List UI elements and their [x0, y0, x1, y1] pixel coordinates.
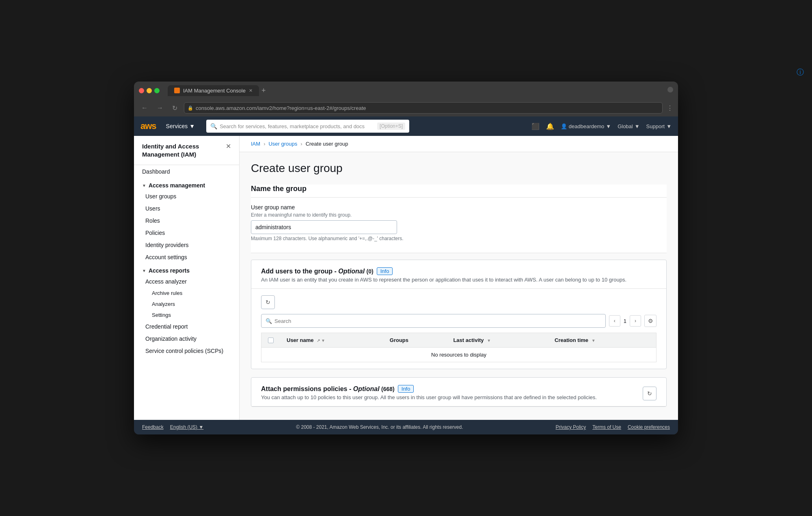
aws-search-bar[interactable]: 🔍 Search for services, features, marketp… — [206, 120, 409, 133]
sidebar-section-access-reports[interactable]: ▼ Access reports — [134, 263, 239, 275]
next-page-button[interactable]: › — [630, 315, 641, 327]
services-button[interactable]: Services ▼ — [161, 123, 200, 129]
name-section: Name the group User group name Enter a m… — [251, 185, 667, 253]
sidebar-item-account-settings[interactable]: Account settings — [134, 251, 239, 263]
search-placeholder-text: Search for services, features, marketpla… — [220, 123, 375, 129]
user-group-name-field: User group name Enter a meaningful name … — [251, 204, 667, 241]
creation-time-sort-icon[interactable]: ▼ — [592, 338, 596, 343]
user-chevron-icon: ▼ — [606, 123, 611, 129]
user-icon: 👤 — [561, 123, 567, 129]
minimize-button[interactable] — [147, 88, 152, 93]
groups-column-header: Groups — [383, 333, 447, 348]
username-column-header: User name ↗ ▼ — [280, 333, 383, 348]
nav-bar: ← → ↻ 🔒 console.aws.amazon.com/iamv2/hom… — [134, 99, 678, 116]
fullscreen-button[interactable] — [154, 88, 160, 93]
notifications-icon[interactable]: 🔔 — [546, 123, 554, 130]
browser-menu-icon[interactable]: ⋮ — [667, 104, 673, 112]
forward-button[interactable]: → — [154, 103, 166, 113]
sidebar-item-users[interactable]: Users — [134, 202, 239, 215]
services-chevron-icon: ▼ — [189, 123, 195, 129]
refresh-users-button[interactable]: ↻ — [261, 295, 275, 309]
sidebar-item-user-groups[interactable]: User groups — [134, 190, 239, 202]
sidebar-item-archive-rules[interactable]: Archive rules — [134, 288, 239, 299]
title-bar: IAM Management Console ✕ + — [134, 82, 678, 99]
region-button[interactable]: Global ▼ — [618, 123, 639, 129]
breadcrumb-iam-link[interactable]: IAM — [251, 141, 260, 147]
attach-policies-header: Attach permissions policies - Optional (… — [251, 378, 666, 406]
breadcrumb: IAM › User groups › Create user group ⓘ — [240, 136, 678, 152]
privacy-policy-link[interactable]: Privacy Policy — [556, 424, 586, 430]
search-icon: 🔍 — [266, 318, 272, 324]
tab-close-icon[interactable]: ✕ — [249, 88, 253, 93]
add-users-info-link[interactable]: Info — [377, 267, 393, 275]
name-section-heading: Name the group — [251, 185, 667, 198]
sidebar-item-credential-report[interactable]: Credential report — [134, 320, 239, 333]
sidebar-item-access-analyzer[interactable]: Access analyzer — [134, 275, 239, 288]
page-number: 1 — [622, 318, 628, 324]
back-button[interactable]: ← — [139, 103, 150, 113]
aws-topbar: aws Services ▼ 🔍 Search for services, fe… — [134, 116, 678, 136]
pagination: ‹ 1 › — [609, 315, 641, 327]
refresh-policies-button[interactable]: ↻ — [643, 387, 657, 400]
sidebar: Identity and AccessManagement (IAM) ✕ Da… — [134, 136, 240, 420]
support-button[interactable]: Support ▼ — [646, 123, 672, 129]
refresh-button[interactable]: ↻ — [170, 103, 180, 114]
aws-logo[interactable]: aws — [140, 121, 156, 131]
traffic-lights — [139, 88, 160, 93]
attach-policies-title: Attach permissions policies - Optional (… — [261, 385, 395, 393]
address-bar[interactable]: 🔒 console.aws.amazon.com/iamv2/home?regi… — [184, 102, 663, 114]
main-layout: Identity and AccessManagement (IAM) ✕ Da… — [134, 136, 678, 420]
table-toolbar: ↻ — [261, 295, 657, 309]
support-label: Support — [646, 123, 665, 129]
user-group-name-input[interactable] — [251, 220, 397, 234]
content-area: IAM › User groups › Create user group ⓘ … — [240, 136, 678, 420]
language-selector[interactable]: English (US) ▼ — [170, 424, 204, 430]
search-shortcut: [Option+S] — [377, 123, 405, 130]
breadcrumb-user-groups-link[interactable]: User groups — [268, 141, 297, 147]
user-menu-button[interactable]: 👤 deadbeardemo ▼ — [561, 123, 611, 129]
services-label: Services — [166, 123, 188, 129]
empty-state-message: No resources to display — [261, 348, 657, 362]
sidebar-item-policies[interactable]: Policies — [134, 227, 239, 239]
last-activity-sort-icon[interactable]: ▼ — [487, 338, 491, 343]
cookie-preferences-link[interactable]: Cookie preferences — [628, 424, 670, 430]
footer: Feedback English (US) ▼ © 2008 - 2021, A… — [134, 420, 678, 434]
breadcrumb-sep-2: › — [300, 141, 302, 147]
table-settings-button[interactable]: ⚙ — [644, 315, 657, 327]
sidebar-title: Identity and AccessManagement (IAM) — [142, 142, 199, 158]
sidebar-item-service-control-policies[interactable]: Service control policies (SCPs) — [134, 345, 239, 357]
new-tab-button[interactable]: + — [261, 86, 266, 95]
close-button[interactable] — [139, 88, 144, 93]
select-all-checkbox[interactable] — [268, 338, 274, 343]
username-sort-icon[interactable]: ↗ ▼ — [317, 338, 325, 343]
sidebar-item-dashboard[interactable]: Dashboard — [134, 165, 239, 178]
field-hint: Enter a meaningful name to identify this… — [251, 212, 667, 218]
sidebar-close-icon[interactable]: ✕ — [226, 142, 231, 150]
attach-policies-info-link[interactable]: Info — [398, 385, 414, 393]
users-search-box[interactable]: 🔍 — [261, 314, 606, 328]
add-users-body: ↻ 🔍 ‹ 1 › ⚙ — [251, 289, 666, 369]
terms-of-use-link[interactable]: Terms of Use — [592, 424, 621, 430]
sidebar-item-settings[interactable]: Settings — [134, 310, 239, 320]
access-reports-chevron-icon: ▼ — [142, 269, 146, 273]
sidebar-item-identity-providers[interactable]: Identity providers — [134, 239, 239, 251]
users-search-input[interactable] — [274, 318, 601, 324]
table-header-row: User name ↗ ▼ Groups Last activity ▼ — [261, 333, 657, 348]
add-users-section: Add users to the group - Optional (0) In… — [251, 260, 667, 369]
section-title-row: Add users to the group - Optional (0) In… — [261, 267, 657, 275]
window-control — [667, 87, 673, 92]
cloudshell-icon[interactable]: ⬛ — [531, 123, 540, 130]
sidebar-item-analyzers[interactable]: Analyzers — [134, 299, 239, 310]
prev-page-button[interactable]: ‹ — [609, 315, 620, 327]
add-users-header: Add users to the group - Optional (0) In… — [251, 260, 666, 289]
breadcrumb-current: Create user group — [306, 141, 348, 147]
sidebar-item-organization-activity[interactable]: Organization activity — [134, 333, 239, 345]
topbar-right: ⬛ 🔔 👤 deadbeardemo ▼ Global ▼ Support ▼ — [531, 123, 672, 130]
access-management-chevron-icon: ▼ — [142, 183, 146, 188]
tab-area: IAM Management Console ✕ + — [168, 85, 664, 96]
search-toolbar: 🔍 ‹ 1 › ⚙ — [261, 314, 657, 328]
sidebar-item-roles[interactable]: Roles — [134, 215, 239, 227]
active-tab[interactable]: IAM Management Console ✕ — [168, 85, 259, 96]
feedback-link[interactable]: Feedback — [142, 424, 164, 430]
sidebar-section-access-management[interactable]: ▼ Access management — [134, 178, 239, 190]
